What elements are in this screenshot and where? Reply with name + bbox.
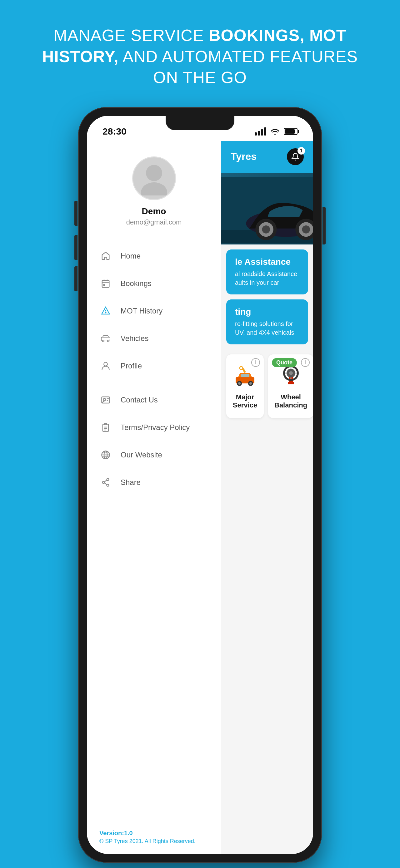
svg-point-31 <box>107 484 109 487</box>
svg-point-30 <box>103 481 105 483</box>
phone-screen: 28:30 <box>87 116 313 854</box>
sidebar-footer: Version:1.0 © SP Tyres 2021. All Rights … <box>87 820 221 854</box>
svg-point-8 <box>105 312 106 313</box>
sidebar-item-label-home: Home <box>121 252 141 260</box>
sidebar-item-vehicles[interactable]: Vehicles <box>87 325 221 352</box>
svg-point-48 <box>249 382 252 385</box>
svg-point-50 <box>240 367 243 370</box>
svg-point-15 <box>104 362 108 366</box>
signal-icon <box>255 127 266 135</box>
status-time: 28:30 <box>103 126 126 137</box>
sidebar-nav: Home Bookings <box>87 236 221 820</box>
assistance-title: le Assistance <box>235 257 299 267</box>
sidebar-item-mot-history[interactable]: MOT History <box>87 297 221 325</box>
sidebar-item-label-website: Our Website <box>121 451 162 459</box>
svg-rect-6 <box>104 284 105 285</box>
sidebar-profile: Demo demo@gmail.com <box>87 141 221 236</box>
sidebar-item-terms[interactable]: Terms/Privacy Policy <box>87 414 221 441</box>
svg-point-42 <box>302 225 310 234</box>
service-card-wheel[interactable]: Quote i <box>268 354 313 418</box>
svg-rect-44 <box>240 374 249 377</box>
sidebar-item-bookings[interactable]: Bookings <box>87 270 221 297</box>
sidebar-item-label-contact: Contact Us <box>121 396 158 404</box>
user-name: Demo <box>142 206 166 216</box>
sidebar-item-home[interactable]: Home <box>87 242 221 270</box>
svg-line-33 <box>104 483 107 485</box>
sidebar-item-profile[interactable]: Profile <box>87 352 221 380</box>
sidebar: Demo demo@gmail.com Home <box>87 141 221 854</box>
sidebar-item-label-share: Share <box>121 478 141 487</box>
service-card-major[interactable]: i <box>226 354 264 418</box>
assistance-desc: al roadside Assistanceaults in your car <box>235 270 299 287</box>
share-icon <box>99 476 112 489</box>
sidebar-item-label-bookings: Bookings <box>121 279 151 288</box>
app-title: Tyres <box>231 151 257 162</box>
major-service-label: Major Service <box>232 393 257 409</box>
car-icon <box>99 332 112 345</box>
hero-image <box>221 173 313 245</box>
fitting-title: ting <box>235 307 299 317</box>
battery-icon <box>284 128 297 135</box>
svg-point-29 <box>107 478 109 480</box>
sidebar-item-label-profile: Profile <box>121 362 142 370</box>
svg-point-17 <box>104 398 106 401</box>
globe-icon <box>99 449 112 461</box>
headline: MANAGE SERVICE BOOKINGS, MOT HISTORY, AN… <box>11 0 389 107</box>
hero-car <box>221 176 313 245</box>
notification-badge: 1 <box>297 147 305 155</box>
sidebar-item-label-vehicles: Vehicles <box>121 334 148 343</box>
info-icon-major[interactable]: i <box>251 358 260 367</box>
phone-shell: 28:30 <box>78 107 322 863</box>
sidebar-item-label-terms: Terms/Privacy Policy <box>121 423 190 432</box>
calendar-icon <box>99 277 112 290</box>
svg-point-0 <box>146 165 162 181</box>
sidebar-item-website[interactable]: Our Website <box>87 441 221 469</box>
svg-point-46 <box>238 382 240 385</box>
app-header: Tyres 1 <box>221 141 313 173</box>
fitting-desc: re-fitting solutions forUV, and 4X4 vehi… <box>235 319 299 337</box>
assistance-card[interactable]: le Assistance al roadside Assistanceault… <box>226 249 308 294</box>
avatar <box>132 156 176 200</box>
fitting-card[interactable]: ting re-fitting solutions forUV, and 4X4… <box>226 300 308 344</box>
version-text: Version:1.0 <box>99 830 208 837</box>
status-icons <box>255 127 297 135</box>
sidebar-item-share[interactable]: Share <box>87 469 221 496</box>
clipboard-icon <box>99 421 112 434</box>
main-content: Tyres 1 <box>221 141 313 854</box>
notification-button[interactable]: 1 <box>287 148 304 165</box>
services-grid: i <box>221 354 313 423</box>
quote-badge-wheel: Quote <box>272 358 297 367</box>
contact-card-icon <box>99 394 112 406</box>
cards-section: le Assistance al roadside Assistanceault… <box>221 245 313 354</box>
app-content: Demo demo@gmail.com Home <box>87 141 313 854</box>
svg-line-32 <box>104 480 107 482</box>
svg-point-39 <box>262 225 270 234</box>
svg-point-55 <box>289 371 293 375</box>
user-email: demo@gmail.com <box>126 218 182 226</box>
wifi-icon <box>270 128 279 135</box>
person-icon <box>99 360 112 372</box>
major-service-icon <box>232 363 257 388</box>
notch <box>166 116 234 130</box>
sidebar-item-contact-us[interactable]: Contact Us <box>87 386 221 414</box>
info-icon-wheel[interactable]: i <box>301 358 310 367</box>
svg-rect-2 <box>102 280 109 287</box>
nav-divider-1 <box>87 383 221 383</box>
home-icon <box>99 250 112 262</box>
svg-point-1 <box>141 182 167 195</box>
copyright-text: © SP Tyres 2021. All Rights Reserved. <box>99 838 208 845</box>
triangle-warning-icon <box>99 305 112 317</box>
wheel-balancing-label: Wheel Balancing <box>275 393 307 409</box>
sidebar-item-label-mot: MOT History <box>121 307 163 315</box>
